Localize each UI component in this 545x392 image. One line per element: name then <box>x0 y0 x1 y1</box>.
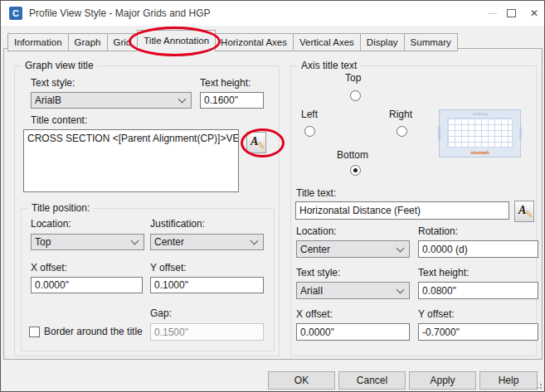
justification-select[interactable]: Center <box>150 234 264 250</box>
tab-horizontal-axes[interactable]: Horizontal Axes <box>215 33 294 51</box>
resize-grip[interactable] <box>534 381 543 390</box>
axis-bottom-radio[interactable] <box>350 165 361 176</box>
gap-input <box>150 323 264 341</box>
axis-text-height-input[interactable] <box>418 282 538 299</box>
axis-location-value: Center <box>300 244 397 255</box>
chevron-down-icon <box>131 237 139 245</box>
title-location-label: Location: <box>31 218 71 230</box>
tab-vertical-axes[interactable]: Vertical Axes <box>294 33 361 51</box>
title-x-offset-label: X offset: <box>31 262 67 273</box>
axis-bottom-label: Bottom <box>337 149 368 161</box>
text-height-input[interactable] <box>200 92 264 109</box>
group-graph-view-title-label: Graph view title <box>22 60 97 72</box>
chevron-down-icon <box>397 285 405 293</box>
text-height-label: Text height: <box>200 77 251 89</box>
axis-location-label: Location: <box>296 225 337 237</box>
title-x-offset-input[interactable] <box>31 277 143 293</box>
chevron-down-icon <box>251 237 259 245</box>
axis-title-text-label: Title text: <box>296 187 336 199</box>
tab-strip: Information Graph Grid Title Annotation … <box>7 30 458 51</box>
chevron-down-icon <box>178 95 187 104</box>
text-style-select[interactable]: ArialB <box>31 92 192 109</box>
title-location-value: Top <box>35 236 132 248</box>
title-y-offset-input[interactable] <box>150 277 264 293</box>
close-icon: ✕ <box>530 7 538 19</box>
axis-left-label: Left <box>301 109 318 120</box>
title-content-edit-button[interactable]: A ✎ <box>246 132 266 153</box>
close-button[interactable]: ✕ <box>522 1 545 26</box>
axis-y-offset-label: Y offset: <box>418 308 455 320</box>
tab-graph[interactable]: Graph <box>69 33 108 51</box>
minimize-icon <box>489 13 497 14</box>
window-title: Profile View Style - Major Grids and HGP <box>29 1 211 26</box>
tab-title-annotation[interactable]: Title Annotation <box>137 30 216 51</box>
axis-location-select[interactable]: Center <box>296 240 410 258</box>
cancel-button[interactable]: Cancel <box>338 371 406 390</box>
title-content-label: Title content: <box>31 114 87 126</box>
axis-preview-image: sutpeg phdya snuts stumwh <box>439 109 521 157</box>
gap-label: Gap: <box>150 307 172 319</box>
preview-left-axis-label: phdya <box>436 126 442 139</box>
rotation-input[interactable] <box>418 240 538 258</box>
title-bar[interactable]: C Profile View Style - Major Grids and H… <box>1 1 544 26</box>
axis-text-style-value: ArialI <box>300 285 397 297</box>
preview-bottom-axis-label: stumwh <box>440 150 520 156</box>
pencil-icon: ✎ <box>525 209 533 220</box>
preview-top-axis-label: sutpeg <box>440 111 520 117</box>
axis-top-label: Top <box>345 72 361 84</box>
axis-right-radio[interactable] <box>397 126 407 137</box>
tab-grid[interactable]: Grid <box>108 33 139 51</box>
justification-label: Justification: <box>150 218 205 230</box>
chevron-down-icon <box>397 244 405 252</box>
axis-x-offset-input[interactable] <box>296 323 410 341</box>
group-axis-title-text-label: Axis title text <box>298 60 360 72</box>
tab-information[interactable]: Information <box>7 33 69 51</box>
border-around-title-checkbox[interactable] <box>29 327 40 337</box>
axis-y-offset-input[interactable] <box>418 323 538 341</box>
axis-title-text-input[interactable] <box>295 201 509 220</box>
rotation-label: Rotation: <box>418 225 458 237</box>
tab-display[interactable]: Display <box>361 33 405 51</box>
border-around-title-label: Border around the title <box>44 326 143 337</box>
title-content-textarea[interactable]: CROSS SECTION <[Parent Alignment(CP)]>VE… <box>23 129 239 192</box>
group-title-position-label: Title position: <box>28 202 93 215</box>
axis-text-height-label: Text height: <box>418 267 469 278</box>
maximize-button[interactable] <box>499 1 523 26</box>
dialog-profile-view-style: C Profile View Style - Major Grids and H… <box>0 0 545 392</box>
help-button[interactable]: Help <box>479 371 538 390</box>
pencil-icon: ✎ <box>257 140 265 152</box>
apply-button[interactable]: Apply <box>409 371 476 390</box>
preview-right-axis-label: snuts <box>517 127 523 138</box>
justification-value: Center <box>154 236 251 248</box>
tab-summary[interactable]: Summary <box>405 33 458 51</box>
text-style-label: Text style: <box>31 77 75 89</box>
ok-button[interactable]: OK <box>268 371 335 390</box>
title-location-select[interactable]: Top <box>31 234 144 250</box>
preview-grid <box>447 118 513 148</box>
axis-text-style-select[interactable]: ArialI <box>296 282 410 299</box>
axis-text-style-label: Text style: <box>296 267 340 278</box>
maximize-icon <box>507 9 516 17</box>
app-logo-icon: C <box>9 7 22 20</box>
axis-left-radio[interactable] <box>304 126 315 137</box>
title-y-offset-label: Y offset: <box>150 262 187 273</box>
axis-top-radio[interactable] <box>350 90 361 101</box>
axis-right-label: Right <box>389 109 412 120</box>
axis-title-edit-button[interactable]: A ✎ <box>514 201 534 222</box>
axis-x-offset-label: X offset: <box>296 308 333 320</box>
text-style-value: ArialB <box>35 94 179 106</box>
